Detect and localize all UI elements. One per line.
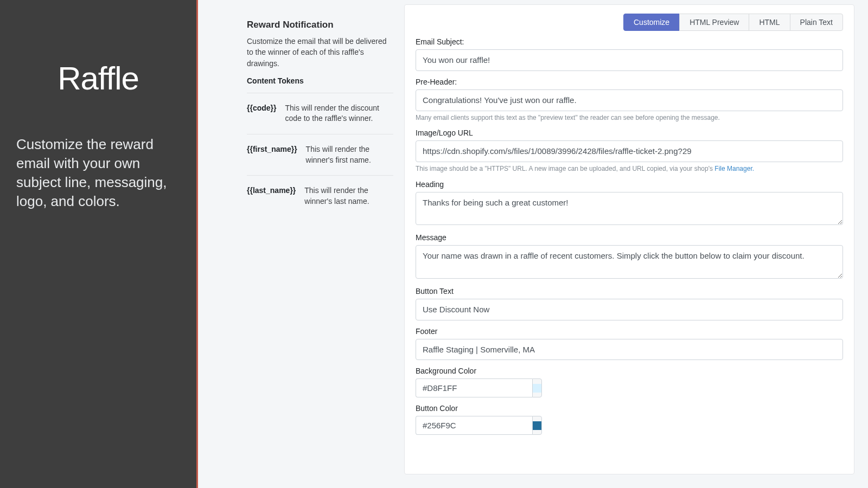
content-tokens-title: Content Tokens [247,76,393,85]
pre-header-input[interactable] [416,89,843,111]
token-row: {{code}} This will render the discount c… [247,93,393,134]
image-url-input[interactable] [416,140,843,162]
tab-plain-text[interactable]: Plain Text [790,14,843,31]
button-color-swatch [533,421,541,430]
section-description: Customize the email that will be deliver… [247,36,393,69]
token-desc: This will render the winner's first name… [306,144,393,165]
token-key: {{first_name}} [247,144,297,165]
button-text-label: Button Text [416,287,843,296]
button-color-label: Button Color [416,404,843,413]
image-url-help-text: This image should be a "HTTPS" URL. A ne… [416,165,714,172]
message-input[interactable] [416,245,843,279]
token-key: {{last_name}} [247,185,296,207]
tab-html[interactable]: HTML [749,14,790,31]
background-color-label: Background Color [416,367,843,375]
main-content: Reward Notification Customize the email … [198,0,868,488]
sidebar: Raffle Customize the reward email with y… [0,0,198,488]
footer-input[interactable] [416,339,843,361]
tab-html-preview[interactable]: HTML Preview [679,14,749,31]
token-row: {{last_name}} This will render the winne… [247,175,393,216]
message-label: Message [416,233,843,242]
background-color-swatch-button[interactable] [532,378,542,397]
background-color-input[interactable] [416,378,532,397]
button-color-input[interactable] [416,416,532,435]
token-row: {{first_name}} This will render the winn… [247,134,393,175]
pre-header-label: Pre-Header: [416,78,843,86]
email-subject-label: Email Subject: [416,37,843,46]
heading-label: Heading [416,180,843,189]
sidebar-title: Raffle [16,60,180,97]
file-manager-link[interactable]: File Manager. [714,165,754,172]
token-desc: This will render the discount code to th… [285,103,393,124]
image-url-help: This image should be a "HTTPS" URL. A ne… [416,164,843,174]
email-subject-input[interactable] [416,49,843,71]
button-color-swatch-button[interactable] [532,416,542,435]
help-column: Reward Notification Customize the email … [212,4,404,474]
token-desc: This will render the winner's last name. [304,185,393,207]
background-color-swatch [533,384,541,393]
token-key: {{code}} [247,103,276,124]
pre-header-help: Many email clients support this text as … [416,113,843,123]
footer-label: Footer [416,327,843,336]
button-text-input[interactable] [416,299,843,320]
image-url-label: Image/Logo URL [416,129,843,137]
sidebar-description: Customize the reward email with your own… [16,135,180,211]
heading-input[interactable] [416,192,843,226]
tab-customize[interactable]: Customize [623,14,680,31]
tab-bar: Customize HTML Preview HTML Plain Text [416,14,843,31]
section-title: Reward Notification [247,20,393,30]
form-panel: Customize HTML Preview HTML Plain Text E… [404,4,854,474]
